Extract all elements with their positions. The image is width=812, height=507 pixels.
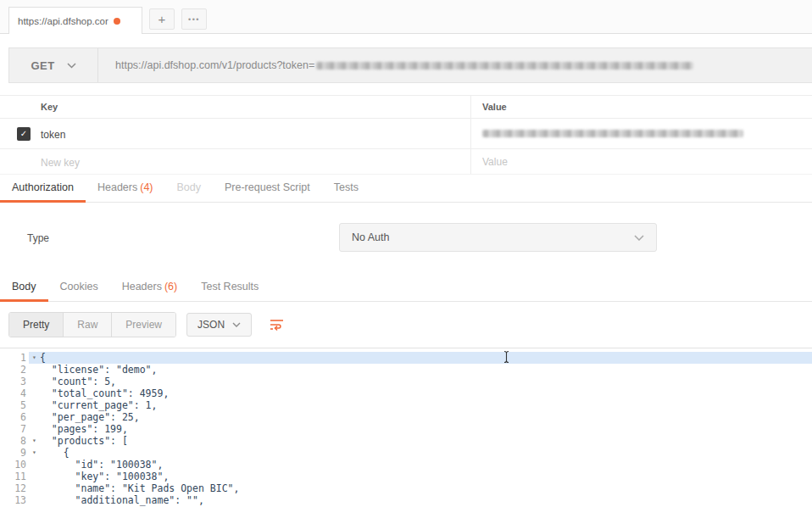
request-tabs: Authorization Headers(4) Body Pre-reques… bbox=[0, 175, 812, 203]
new-value-input[interactable] bbox=[482, 156, 796, 168]
code-line-text: "total_count": 4959, bbox=[40, 387, 812, 399]
unsaved-dot-icon bbox=[114, 18, 120, 25]
line-number: 11 bbox=[0, 471, 29, 482]
tab-response-body[interactable]: Body bbox=[0, 274, 48, 301]
value-column-header: Value bbox=[470, 96, 812, 118]
request-tab[interactable]: https://api.dfshop.cor bbox=[8, 7, 142, 34]
code-line-text: { bbox=[40, 352, 812, 364]
auth-type-label: Type bbox=[27, 232, 49, 244]
tab-response-headers[interactable]: Headers(6) bbox=[110, 274, 190, 301]
code-line: 12 "name": "Kit Pads Open BIC", bbox=[0, 482, 812, 494]
code-line-text: { bbox=[40, 447, 812, 459]
mouse-text-cursor bbox=[503, 350, 510, 364]
tab-body[interactable]: Body bbox=[165, 175, 214, 202]
fold-spacer bbox=[29, 376, 40, 387]
fold-spacer bbox=[29, 494, 40, 506]
fold-spacer bbox=[29, 459, 40, 471]
param-key-cell[interactable]: token bbox=[41, 129, 65, 141]
code-line: 5 "current_page": 1, bbox=[0, 399, 812, 411]
new-key-input[interactable] bbox=[41, 157, 449, 169]
chevron-down-icon bbox=[67, 63, 76, 69]
fold-spacer bbox=[29, 387, 40, 399]
fold-toggle-icon[interactable]: ▾ bbox=[29, 352, 40, 364]
tab-test-results[interactable]: Test Results bbox=[189, 274, 270, 301]
code-line-text: "license": "demo", bbox=[40, 364, 812, 376]
line-number: 1 bbox=[0, 352, 29, 364]
code-line-text: "count": 5, bbox=[40, 376, 812, 387]
tab-headers[interactable]: Headers(4) bbox=[86, 175, 165, 202]
code-line-text: "key": "100038", bbox=[40, 471, 812, 482]
code-line-text: "id": "100038", bbox=[40, 459, 812, 471]
pretty-view-button[interactable]: Pretty bbox=[9, 313, 63, 337]
method-dropdown[interactable]: GET bbox=[9, 48, 98, 82]
tab-authorization[interactable]: Authorization bbox=[0, 175, 86, 202]
url-text: https://api.dfshop.com/v1/products?token… bbox=[115, 59, 314, 71]
tab-cookies[interactable]: Cookies bbox=[48, 274, 110, 301]
response-headers-count-badge: (6) bbox=[164, 281, 177, 292]
language-value: JSON bbox=[197, 319, 225, 331]
code-line-text: "current_page": 1, bbox=[40, 399, 812, 411]
line-number: 10 bbox=[0, 459, 29, 471]
code-line: 3 "count": 5, bbox=[0, 376, 812, 387]
tab-menu-button[interactable]: ••• bbox=[181, 8, 207, 30]
auth-type-value: No Auth bbox=[352, 231, 389, 243]
key-column-header: Key bbox=[32, 102, 470, 112]
code-line-text: "per_page": 25, bbox=[40, 411, 812, 423]
code-line: 11 "key": "100038", bbox=[0, 471, 812, 482]
code-line: 10 "id": "100038", bbox=[0, 459, 812, 471]
language-dropdown[interactable]: JSON bbox=[186, 313, 252, 337]
fold-toggle-icon[interactable]: ▾ bbox=[29, 447, 40, 459]
code-line: 8▾ "products": [ bbox=[0, 435, 812, 447]
chevron-down-icon bbox=[634, 235, 644, 241]
code-line-text: "name": "Kit Pads Open BIC", bbox=[40, 482, 812, 494]
fold-spacer bbox=[29, 411, 40, 423]
wrap-text-icon bbox=[269, 318, 285, 332]
request-builder: GET https://api.dfshop.com/v1/products?t… bbox=[8, 47, 812, 83]
authorization-panel: Type No Auth bbox=[0, 203, 812, 274]
line-number: 8 bbox=[0, 435, 29, 447]
code-line: 4 "total_count": 4959, bbox=[0, 387, 812, 399]
code-line: 9▾ { bbox=[0, 447, 812, 459]
line-number: 13 bbox=[0, 494, 29, 506]
url-input[interactable]: https://api.dfshop.com/v1/products?token… bbox=[98, 48, 812, 82]
ellipsis-icon: ••• bbox=[188, 15, 200, 24]
code-line-text: "pages": 199, bbox=[40, 423, 812, 435]
headers-count-badge: (4) bbox=[140, 181, 153, 193]
fold-spacer bbox=[29, 423, 40, 435]
param-value-cell[interactable] bbox=[470, 119, 812, 148]
postman-app: https://api.dfshop.cor + ••• GET https:/… bbox=[0, 0, 812, 507]
fold-spacer bbox=[29, 364, 40, 376]
params-table: Key Value token bbox=[0, 95, 812, 175]
response-toolbar: Pretty Raw Preview JSON bbox=[0, 302, 812, 348]
params-header-row: Key Value bbox=[0, 95, 812, 119]
line-number: 4 bbox=[0, 387, 29, 399]
fold-spacer bbox=[29, 482, 40, 494]
raw-view-button[interactable]: Raw bbox=[63, 313, 111, 337]
param-checkbox[interactable] bbox=[17, 127, 31, 141]
tab-bar: https://api.dfshop.cor + ••• bbox=[0, 0, 812, 34]
auth-type-select[interactable]: No Auth bbox=[339, 223, 657, 252]
code-line-text: "additional_name": "", bbox=[40, 494, 812, 506]
new-tab-button[interactable]: + bbox=[149, 8, 175, 30]
code-line: 1▾{ bbox=[0, 352, 812, 364]
fold-spacer bbox=[29, 399, 40, 411]
line-number: 5 bbox=[0, 399, 29, 411]
line-number: 7 bbox=[0, 423, 29, 435]
line-number: 12 bbox=[0, 482, 29, 494]
fold-toggle-icon[interactable]: ▾ bbox=[29, 435, 40, 447]
code-lines: 1▾{2 "license": "demo",3 "count": 5,4 "t… bbox=[0, 352, 812, 507]
preview-view-button[interactable]: Preview bbox=[111, 313, 175, 337]
wrap-text-button[interactable] bbox=[264, 313, 289, 337]
tab-pre-request-script[interactable]: Pre-request Script bbox=[213, 175, 322, 202]
line-number: 6 bbox=[0, 411, 29, 423]
code-line: 7 "pages": 199, bbox=[0, 423, 812, 435]
response-tabs: Body Cookies Headers(6) Test Results bbox=[0, 274, 812, 302]
chevron-down-icon bbox=[232, 322, 241, 327]
response-body-editor[interactable]: 1▾{2 "license": "demo",3 "count": 5,4 "t… bbox=[0, 348, 812, 507]
param-new-row bbox=[0, 149, 812, 175]
redacted-token-value bbox=[316, 62, 693, 70]
param-row-token: token bbox=[0, 119, 812, 149]
line-number: 3 bbox=[0, 376, 29, 387]
tab-tests[interactable]: Tests bbox=[322, 175, 370, 202]
code-line: 6 "per_page": 25, bbox=[0, 411, 812, 423]
